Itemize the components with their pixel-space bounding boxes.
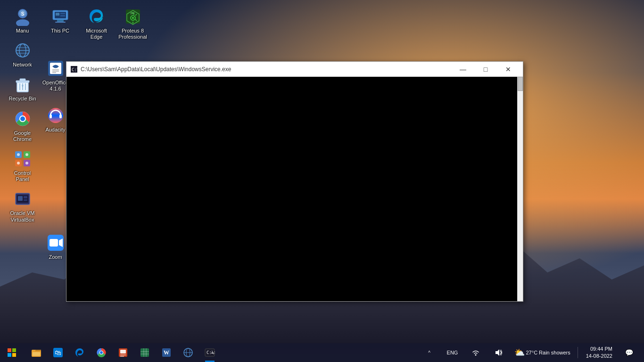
icon-microsoft-edge-label: Microsoft Edge (81, 28, 112, 40)
taskbar-powerpoint[interactable] (113, 343, 133, 362)
network-icon (13, 41, 32, 60)
google-chrome-icon (13, 109, 32, 128)
icon-oracle-vm-label: Oracle VM VirtualBox (7, 210, 38, 222)
weather-icon: ⛅ (514, 347, 525, 358)
icon-network-label: Network (13, 62, 32, 68)
svg-rect-104 (211, 353, 214, 354)
terminal-scrollbar-thumb[interactable] (518, 77, 523, 91)
desktop-icons-right: This PC (38, 0, 155, 47)
svg-point-9 (16, 44, 29, 57)
svg-rect-38 (60, 13, 65, 14)
icon-this-pc-label: This PC (51, 28, 69, 34)
terminal-controls: — □ ✕ (452, 62, 519, 77)
microsoft-edge-icon (87, 7, 106, 26)
proteus-icon: P8 (124, 7, 142, 26)
svg-rect-80 (12, 353, 16, 357)
icon-audacity-label: Audacity (45, 127, 65, 133)
terminal-content (66, 77, 523, 301)
svg-text:P8: P8 (131, 12, 135, 15)
start-button[interactable] (0, 343, 24, 362)
svg-rect-31 (24, 196, 27, 198)
icon-proteus-label: Proteus 8 Professional (117, 28, 148, 40)
svg-rect-62 (59, 115, 62, 118)
svg-rect-35 (57, 20, 64, 22)
svg-text:🛍: 🛍 (55, 349, 61, 356)
svg-rect-30 (18, 196, 23, 201)
icon-control-panel-label: Control Panel (7, 170, 38, 182)
taskbar-excel[interactable] (134, 343, 155, 362)
svg-point-1 (16, 19, 29, 26)
terminal-titlebar: C:\ C:\Users\Sam\AppData\Local\Updates\W… (66, 62, 523, 77)
svg-point-43 (132, 17, 134, 19)
oracle-vm-icon (13, 189, 32, 208)
manu-icon: S (13, 7, 32, 26)
svg-rect-61 (50, 115, 52, 118)
recycle-bin-icon (13, 75, 32, 94)
taskbar-terminal[interactable]: C:\> (199, 343, 220, 362)
icon-manu-label: Manu (16, 28, 29, 34)
svg-rect-36 (55, 22, 66, 23)
svg-point-105 (475, 354, 476, 356)
terminal-maximize-button[interactable]: □ (475, 62, 496, 77)
svg-rect-77 (8, 348, 11, 352)
svg-rect-79 (8, 353, 11, 357)
openoffice-icon (46, 59, 65, 78)
tray-separator (578, 347, 578, 358)
volume-tray-icon[interactable] (488, 343, 509, 362)
taskbar: 🛍 (0, 343, 644, 362)
taskbar-right: ^ ENG (419, 343, 644, 362)
svg-rect-89 (120, 350, 126, 354)
icon-proteus[interactable]: P8 Proteus 8 Professional (115, 5, 150, 42)
svg-text:C:\: C:\ (72, 67, 77, 72)
terminal-scrollbar[interactable] (517, 77, 523, 301)
icon-manu[interactable]: S Manu (5, 5, 40, 36)
weather-desc: Rain showers (539, 350, 570, 355)
svg-rect-67 (50, 239, 58, 247)
network-tray-icon[interactable] (465, 343, 486, 362)
zoom-icon (46, 233, 65, 252)
weather-tray[interactable]: ⛅ 27°C Rain showers (512, 343, 573, 362)
terminal-close-button[interactable]: ✕ (497, 62, 519, 77)
icon-this-pc[interactable]: This PC (42, 5, 78, 42)
terminal-minimize-button[interactable]: — (452, 62, 474, 77)
svg-rect-12 (20, 79, 25, 81)
terminal-path-label: C:\Users\Sam\AppData\Local\Updates\Windo… (81, 66, 452, 73)
svg-rect-92 (140, 348, 149, 357)
icon-recycle-bin[interactable]: Recycle Bin (5, 73, 40, 104)
icon-oracle-vm[interactable]: Oracle VM VirtualBox (5, 187, 40, 225)
icon-control-panel[interactable]: Control Panel (5, 147, 40, 185)
clock[interactable]: 09:44 PM 14-08-2022 (582, 346, 616, 360)
svg-rect-78 (12, 348, 16, 352)
svg-rect-82 (33, 352, 40, 356)
svg-point-24 (17, 153, 20, 156)
notification-button[interactable]: 💬 (619, 343, 639, 362)
icon-microsoft-edge[interactable]: Microsoft Edge (79, 5, 114, 42)
icon-google-chrome[interactable]: Google Chrome (5, 107, 40, 145)
taskbar-file-explorer[interactable] (26, 343, 47, 362)
svg-text:C:\>: C:\> (206, 350, 215, 355)
icon-network[interactable]: Network (5, 39, 40, 70)
taskbar-chrome[interactable] (91, 343, 112, 362)
clock-time: 09:44 PM (586, 346, 612, 353)
svg-text:S: S (21, 11, 24, 16)
svg-rect-39 (60, 15, 65, 16)
taskbar-word[interactable]: W (156, 343, 177, 362)
this-pc-icon (51, 7, 70, 26)
taskbar-edge[interactable] (69, 343, 90, 362)
svg-point-26 (17, 162, 20, 165)
svg-point-25 (25, 153, 28, 156)
svg-point-27 (25, 162, 28, 165)
icon-google-chrome-label: Google Chrome (7, 130, 38, 142)
terminal-window: C:\ C:\Users\Sam\AppData\Local\Updates\W… (66, 61, 523, 302)
desktop: S Manu Network (0, 0, 644, 362)
svg-point-19 (20, 116, 25, 121)
system-tray-chevron[interactable]: ^ (419, 343, 440, 362)
icon-recycle-bin-label: Recycle Bin (8, 96, 36, 102)
weather-temp: 27°C (526, 350, 538, 355)
taskbar-store[interactable]: 🛍 (48, 343, 68, 362)
taskbar-mail[interactable] (178, 343, 198, 362)
svg-rect-37 (56, 13, 59, 16)
taskbar-middle: 🛍 (24, 343, 419, 362)
language-indicator[interactable]: ENG (442, 343, 463, 362)
svg-marker-106 (495, 349, 499, 356)
